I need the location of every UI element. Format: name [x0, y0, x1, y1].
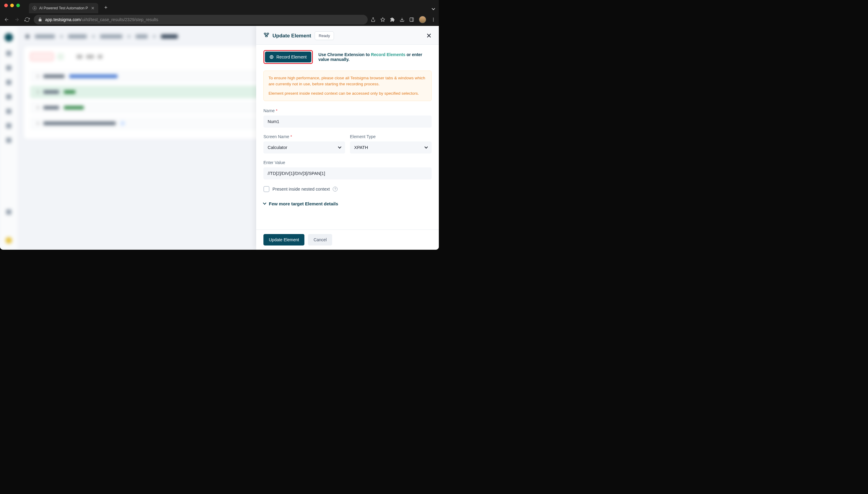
panel-footer: Update Element Cancel: [256, 229, 439, 250]
enter-value-label: Enter Value: [263, 160, 432, 165]
window-controls: [4, 4, 20, 7]
svg-rect-6: [267, 33, 269, 34]
app-content: Update Element Ready ✕ Record Element Us…: [0, 26, 439, 250]
screen-name-label: Screen Name *: [263, 134, 345, 139]
lock-icon: [38, 18, 42, 22]
address-bar: app.testsigma.com/ui/td/test_case_result…: [0, 13, 439, 26]
record-button-highlight: Record Element: [263, 50, 313, 64]
nested-context-checkbox[interactable]: [263, 186, 270, 192]
svg-rect-5: [264, 33, 266, 34]
profile-avatar[interactable]: [419, 16, 426, 23]
warning-line-1: To ensure high performance, please close…: [269, 75, 427, 88]
chevron-down-icon: [263, 202, 266, 205]
cancel-button[interactable]: Cancel: [308, 234, 332, 246]
url-input[interactable]: app.testsigma.com/ui/td/test_case_result…: [34, 15, 368, 24]
record-elements-link[interactable]: Record Elements: [371, 52, 406, 57]
tab-favicon-icon: [33, 6, 37, 10]
warning-box: To ensure high performance, please close…: [263, 71, 432, 101]
svg-point-4: [433, 20, 434, 21]
extension-hint: Use Chrome Extension to Record Elements …: [318, 52, 432, 62]
update-element-panel: Update Element Ready ✕ Record Element Us…: [256, 26, 439, 250]
name-input[interactable]: [263, 115, 432, 128]
menu-icon[interactable]: [431, 17, 436, 22]
field-element-type: Element Type XPATH: [350, 134, 432, 153]
nested-context-label: Present inside nested context: [273, 187, 330, 191]
nested-context-row: Present inside nested context ?: [263, 186, 432, 192]
share-icon[interactable]: [371, 17, 376, 22]
field-name: Name *: [263, 108, 432, 128]
addr-icons: [371, 16, 436, 23]
svg-point-3: [433, 19, 434, 20]
ready-badge: Ready: [315, 31, 334, 40]
element-type-value: XPATH: [354, 145, 368, 150]
browser-tab[interactable]: AI Powered Test Automation P ✕: [29, 3, 98, 13]
tabs-dropdown-icon[interactable]: [432, 5, 435, 11]
download-icon[interactable]: [400, 17, 405, 22]
panel-header: Update Element Ready ✕: [256, 26, 439, 45]
window-minimize-icon[interactable]: [10, 4, 14, 7]
window-maximize-icon[interactable]: [16, 4, 20, 7]
record-element-button[interactable]: Record Element: [265, 52, 311, 62]
chevron-down-icon: [338, 145, 341, 148]
reload-button[interactable]: [23, 16, 31, 23]
enter-value-input[interactable]: [263, 167, 432, 179]
element-type-label: Element Type: [350, 134, 432, 139]
url-text: app.testsigma.com/ui/td/test_case_result…: [45, 17, 158, 22]
warning-line-2: Element present inside nested context ca…: [269, 91, 427, 96]
panel-title: Update Element: [273, 33, 311, 39]
update-element-button[interactable]: Update Element: [263, 234, 304, 246]
element-icon: [263, 32, 270, 39]
new-tab-button[interactable]: +: [104, 4, 107, 11]
bookmark-icon[interactable]: [380, 17, 385, 22]
panel-body: Record Element Use Chrome Extension to R…: [256, 45, 439, 229]
svg-point-2: [433, 18, 434, 19]
svg-rect-0: [410, 18, 414, 21]
field-enter-value: Enter Value: [263, 160, 432, 179]
screen-name-value: Calculator: [268, 145, 287, 150]
forward-button[interactable]: [13, 16, 20, 23]
tab-close-icon[interactable]: ✕: [91, 6, 95, 11]
window-close-icon[interactable]: [4, 4, 8, 7]
tab-bar: AI Powered Test Automation P ✕ +: [0, 0, 439, 13]
element-type-select[interactable]: XPATH: [350, 141, 432, 153]
back-button[interactable]: [3, 16, 10, 23]
close-button[interactable]: ✕: [426, 32, 432, 40]
name-label: Name *: [263, 108, 432, 113]
field-screen-name: Screen Name * Calculator: [263, 134, 345, 153]
record-icon: [270, 55, 273, 59]
extensions-icon[interactable]: [390, 17, 395, 22]
more-details-toggle[interactable]: Few more target Element details: [263, 201, 432, 206]
record-button-label: Record Element: [276, 55, 307, 59]
screen-name-select[interactable]: Calculator: [263, 141, 345, 153]
chevron-down-icon: [425, 145, 428, 148]
record-row: Record Element Use Chrome Extension to R…: [263, 50, 432, 64]
tab-title: AI Powered Test Automation P: [39, 6, 88, 10]
help-icon[interactable]: ?: [333, 187, 338, 191]
svg-rect-7: [265, 36, 268, 37]
panel-icon[interactable]: [409, 17, 414, 22]
field-row-screen-type: Screen Name * Calculator Element Type XP…: [263, 134, 432, 153]
more-details-label: Few more target Element details: [269, 201, 338, 206]
